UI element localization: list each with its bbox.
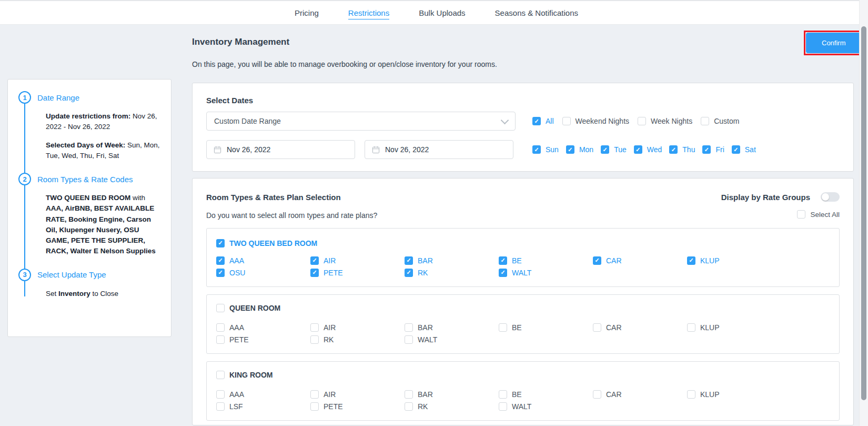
checkbox-label: LSF [229,402,243,411]
checkbox-label: Tue [614,145,627,154]
nav-tab-restrictions[interactable]: Restrictions [348,8,389,17]
rate-checkbox-walt[interactable]: WALT [499,269,593,277]
checkbox-label: KLUP [700,390,720,399]
rate-checkbox-pete[interactable]: PETE [310,269,405,277]
rate-checkbox-klup[interactable]: KLUP [687,390,781,399]
rate-checkbox-walt[interactable]: WALT [405,335,499,344]
rate-checkbox-aaa[interactable]: AAA [216,256,310,265]
top-navigation-bar: Pricing Restrictions Bulk Uploads Season… [0,0,868,25]
rate-checkbox-pete[interactable]: PETE [310,402,405,411]
nav-tab-label: Pricing [295,8,319,17]
day-checkbox-sat[interactable]: Sat [732,145,756,154]
day-checkbox-fri[interactable]: Fri [702,145,724,154]
day-checkbox-tue[interactable]: Tue [601,145,627,154]
rate-checkbox-aaa[interactable]: AAA [216,323,310,332]
scrollbar-track[interactable] [859,0,868,426]
rate-checkbox-bar[interactable]: BAR [405,256,499,265]
rate-checkbox-klup[interactable]: KLUP [687,323,781,332]
date-from-input[interactable]: Nov 26, 2022 [206,140,355,159]
day-checkbox-sun[interactable]: Sun [532,145,559,154]
rate-checkbox-klup[interactable]: KLUP [687,256,781,265]
date-range-dropdown[interactable]: Custom Date Range [206,112,516,131]
checkbox-label: PETE [229,335,249,344]
day-checkbox-mon[interactable]: Mon [566,145,593,154]
checkbox-icon [216,390,225,399]
nav-tab-bulk-uploads[interactable]: Bulk Uploads [419,8,465,17]
night-filter-custom[interactable]: Custom [701,117,739,125]
checkbox-label: RK [418,402,428,411]
nav-tab-seasons-notifications[interactable]: Seasons & Notifications [495,8,578,17]
day-checkbox-thu[interactable]: Thu [669,145,695,154]
rate-checkbox-rk[interactable]: RK [405,402,499,411]
rate-checkbox-osu[interactable]: OSU [216,269,310,277]
scrollbar-thumb[interactable] [861,26,866,400]
room-types-section: Room Types & Rates Plan Selection Displa… [192,178,854,425]
rates-grid: AAA AIR BAR BE CAR KLUP OSU PETE RK WALT [216,256,830,277]
checkbox-icon [687,256,695,265]
checkbox-label: BE [512,256,522,265]
step-title[interactable]: Date Range [37,93,79,102]
checkbox-icon [405,402,413,411]
checkbox-icon [310,390,319,399]
rate-checkbox-lsf[interactable]: LSF [216,402,310,411]
rate-checkbox-rk[interactable]: RK [310,335,405,344]
rate-checkbox-air[interactable]: AIR [310,390,405,399]
rate-checkbox-air[interactable]: AIR [310,256,405,265]
select-all-checkbox[interactable]: Select All [797,210,840,219]
step-title[interactable]: Room Types & Rate Codes [37,175,133,184]
checkbox-label: CAR [606,323,622,332]
room-group: TWO QUEEN BED ROOM AAA AIR BAR BE CAR KL… [206,228,840,287]
room-type-checkbox[interactable]: QUEEN ROOM [216,304,280,312]
checkbox-label: AIR [324,390,336,399]
room-head: QUEEN ROOM [216,304,830,314]
checkbox-label: Mon [579,145,593,154]
rate-checkbox-car[interactable]: CAR [593,390,687,399]
step-detail-text: TWO QUEEN BED ROOM with AAA, AirBNB, BES… [46,193,162,257]
rate-checkbox-air[interactable]: AIR [310,323,405,332]
checkbox-label: Weekend Nights [576,117,629,125]
rates-grid: AAA AIR BAR BE CAR KLUP LSF PETE RK WALT [216,390,830,411]
room-type-checkbox[interactable]: KING ROOM [216,371,272,379]
confirm-button[interactable]: Confirm [806,33,862,53]
rate-checkbox-rk[interactable]: RK [405,269,499,277]
checkbox-icon [566,145,574,154]
nav-tab-pricing[interactable]: Pricing [295,8,319,17]
checkbox-label: BAR [418,256,433,265]
toggle-knob [822,193,829,201]
step-title[interactable]: Select Update Type [37,270,106,279]
checkbox-icon [732,145,740,154]
rate-checkbox-walt[interactable]: WALT [499,402,593,411]
checkbox-icon [216,304,225,312]
annotation-highlight-box: Confirm [804,31,864,55]
display-by-rate-groups-toggle[interactable] [821,192,840,202]
checkbox-icon [405,256,413,265]
checkbox-icon [310,256,319,265]
rate-checkbox-pete[interactable]: PETE [216,335,310,344]
date-to-input[interactable]: Nov 26, 2022 [365,140,513,159]
checkbox-icon [405,323,413,332]
rate-checkbox-be[interactable]: BE [499,323,593,332]
rate-checkbox-aaa[interactable]: AAA [216,390,310,399]
checkbox-label: BAR [418,390,433,399]
checkbox-label: KLUP [700,256,720,265]
checkbox-label: TWO QUEEN BED ROOM [229,239,317,247]
checkbox-label: Wed [647,145,662,154]
rate-checkbox-car[interactable]: CAR [593,323,687,332]
checkbox-label: OSU [229,269,245,277]
rate-checkbox-bar[interactable]: BAR [405,323,499,332]
checkbox-label: Sat [745,145,756,154]
checkbox-icon [687,390,695,399]
room-type-checkbox[interactable]: TWO QUEEN BED ROOM [216,239,317,247]
day-checkbox-wed[interactable]: Wed [634,145,662,154]
stepper-step: 3 Select Update Type Set Inventory to Cl… [18,269,162,299]
checkbox-label: QUEEN ROOM [229,304,280,312]
rate-checkbox-car[interactable]: CAR [593,256,687,265]
rate-checkbox-bar[interactable]: BAR [405,390,499,399]
rate-checkbox-be[interactable]: BE [499,256,593,265]
night-filter-all[interactable]: All [532,117,554,125]
select-dates-title: Select Dates [206,96,840,105]
night-filter-weekend-nights[interactable]: Weekend Nights [562,117,629,125]
rate-checkbox-be[interactable]: BE [499,390,593,399]
checkbox-icon [562,117,571,125]
night-filter-week-nights[interactable]: Week Nights [638,117,692,125]
